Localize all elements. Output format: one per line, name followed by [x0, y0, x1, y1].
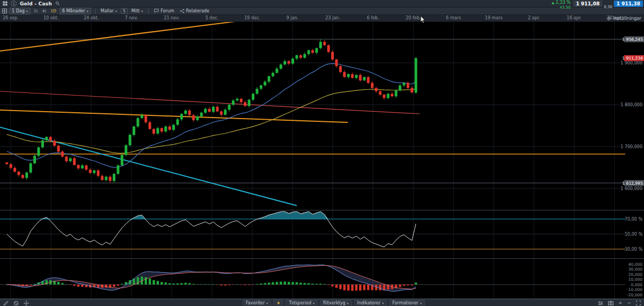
menu-grid-icon[interactable] — [3, 1, 8, 6]
svg-text:1 911,236: 1 911,236 — [622, 56, 643, 61]
buy-price-button[interactable]: 1 911,38 — [614, 1, 643, 7]
my-templates-dropdown[interactable]: Mitt▾ — [130, 8, 144, 14]
trading-app: 1 Gold - Cash ▲ 2,33 % 43,50 1 911,08 0,… — [0, 0, 644, 306]
svg-text:1 612,995: 1 612,995 — [622, 181, 643, 186]
trendline-falling-orange[interactable] — [0, 110, 348, 122]
pencil-icon[interactable] — [3, 301, 9, 306]
quick-period-4t[interactable]: 4t — [41, 9, 48, 13]
rsi-line — [7, 212, 416, 247]
spread-value: 0,30 — [604, 5, 612, 9]
svg-text:30,00 %: 30,00 % — [625, 247, 642, 252]
svg-text:1 900,000: 1 900,000 — [620, 61, 642, 65]
svg-text:10,000: 10,000 — [628, 277, 642, 282]
camera-icon[interactable] — [608, 301, 613, 305]
timeframe-dropdown[interactable]: 1 Dag▾ — [9, 8, 31, 14]
pan-move-icon[interactable] — [24, 301, 29, 306]
divider — [95, 9, 96, 14]
date-label: 24 okt. — [84, 16, 99, 20]
templates-dropdown[interactable]: Mallar▾ — [99, 8, 119, 14]
date-label: 6 mars — [446, 16, 461, 20]
caret-down-icon: ▾ — [115, 9, 117, 13]
sliders-icon[interactable] — [598, 301, 603, 306]
date-axis[interactable]: 26 sep.10 okt.24 okt.7 nov.21 nov.5 dec.… — [0, 15, 644, 22]
trendline-rising-orange[interactable] — [0, 21, 261, 51]
caret-down-icon: ▾ — [420, 301, 422, 305]
chart-menu-buttons: Favoriter▾ ★ Tidsperiod▾ Ritverktyg▾ Ind… — [243, 300, 425, 306]
star-icon: ★ — [276, 301, 280, 305]
svg-text:20,000: 20,000 — [628, 272, 642, 277]
svg-text:1 600,000: 1 600,000 — [620, 186, 642, 191]
favorite-star-button[interactable]: ★ — [273, 300, 283, 306]
chart-number-badge: 1 — [11, 1, 17, 6]
svg-text:30,000: 30,000 — [628, 267, 642, 272]
price-chart-svg[interactable]: 1 900,0001 800,0001 700,0001 600,00070,0… — [0, 21, 644, 299]
date-label: 16 apr. — [567, 16, 582, 20]
sell-price-button[interactable]: 1 911,08 — [573, 1, 602, 7]
change-points: 43,50 — [560, 6, 570, 10]
divider — [148, 9, 149, 14]
date-label: 19 mars — [485, 16, 503, 20]
zoom-in-button[interactable]: + — [618, 301, 623, 305]
caret-down-icon: ▾ — [347, 301, 349, 305]
date-label: 7 nov. — [125, 16, 138, 20]
chart-canvas[interactable]: 1 900,0001 800,0001 700,0001 600,00070,0… — [0, 21, 644, 299]
change-up-icon: ▲ — [552, 1, 554, 4]
instrument-title: Gold - Cash — [20, 1, 52, 6]
date-label: 2 apr. — [528, 16, 540, 20]
macd-ribbon-fill — [7, 265, 416, 291]
chart-toolbar: 1 Dag▾ 1t 4t 1D 6 Månader▾ Mallar▾ 5 Mit… — [0, 8, 644, 15]
svg-text:40,000: 40,000 — [628, 262, 642, 267]
change-percent: ▲ 2,33 % — [552, 1, 570, 5]
date-label: 6 feb. — [367, 16, 379, 20]
candles-layer — [5, 39, 417, 183]
caret-down-icon: ▾ — [86, 9, 88, 13]
related-button[interactable]: Relaterade — [178, 8, 211, 14]
period-low-badge: 1 612,995 — [622, 180, 644, 186]
caret-down-icon: ▾ — [141, 9, 143, 13]
date-label: 26 sep. — [3, 16, 18, 20]
settings-button[interactable]: Inställningar — [606, 16, 641, 21]
timeperiod-button[interactable]: Tidsperiod▾ — [286, 300, 318, 306]
date-label: 10 okt. — [43, 16, 58, 20]
caret-down-icon: ▾ — [26, 9, 28, 13]
gear-icon — [606, 16, 611, 21]
search-icon[interactable] — [55, 1, 60, 6]
date-label: 23 jan. — [325, 16, 340, 20]
related-links-icon — [180, 9, 185, 13]
drawing-tools-button[interactable]: Ritverktyg▾ — [320, 300, 352, 306]
svg-text:1 700,000: 1 700,000 — [620, 144, 642, 149]
indicators-button[interactable]: Indikatorer▾ — [354, 300, 387, 306]
template-count-badge[interactable]: 5 — [121, 8, 128, 14]
svg-text:1 956,245: 1 956,245 — [622, 37, 643, 42]
forum-button[interactable]: Forum — [152, 8, 175, 14]
caret-down-icon: ▾ — [313, 301, 314, 305]
ma-yellow — [7, 89, 416, 153]
svg-text:50,00 %: 50,00 % — [625, 232, 642, 237]
drawing-tools — [0, 301, 29, 306]
topbar: 1 Gold - Cash — [0, 0, 644, 8]
formations-button[interactable]: Formationer▾ — [389, 300, 425, 306]
favorites-button[interactable]: Favoriter▾ — [243, 300, 271, 306]
price-block: ▲ 2,33 % 43,50 1 911,08 0,30 1 911,38 — [552, 1, 643, 10]
zoom-out-button[interactable]: − — [627, 301, 631, 305]
caret-down-icon: ▾ — [266, 301, 268, 305]
ma-blue — [7, 63, 416, 167]
range-dropdown[interactable]: 6 Månader▾ — [60, 8, 91, 14]
date-label: 21 nov. — [164, 16, 179, 20]
quick-period-1d[interactable]: 1D — [49, 9, 57, 13]
date-label: 19 dec. — [244, 16, 260, 20]
svg-text:70,00 %: 70,00 % — [625, 217, 642, 222]
date-label: 5 dec. — [206, 16, 219, 20]
quick-period-1t[interactable]: 1t — [33, 9, 39, 13]
rsi-overbought-fill — [7, 212, 416, 219]
svg-text:1 800,000: 1 800,000 — [620, 103, 642, 107]
daily-change: ▲ 2,33 % 43,50 — [552, 1, 570, 10]
fullscreen-icon[interactable] — [636, 301, 641, 305]
svg-text:0,000: 0,000 — [631, 282, 643, 287]
eraser-icon[interactable] — [13, 301, 19, 306]
svg-text:-10,000: -10,000 — [627, 287, 642, 292]
speech-bubble-icon — [154, 9, 159, 13]
period-high-badge: 1 956,245 — [622, 37, 644, 42]
layout-grid-icon[interactable] — [2, 9, 7, 13]
bottom-toolbar: Favoriter▾ ★ Tidsperiod▾ Ritverktyg▾ Ind… — [0, 299, 644, 306]
